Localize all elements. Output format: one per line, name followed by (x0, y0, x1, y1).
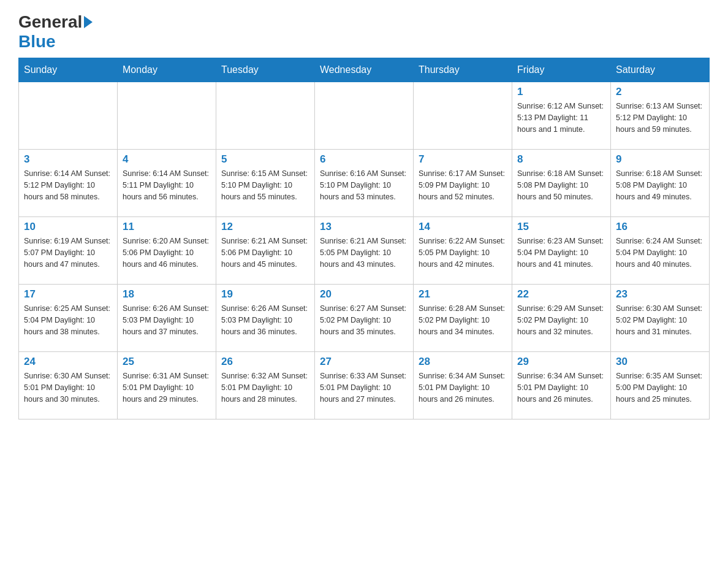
calendar-cell: 18Sunrise: 6:26 AM Sunset: 5:03 PM Dayli… (118, 285, 216, 352)
calendar-week-1: 1Sunrise: 6:12 AM Sunset: 5:13 PM Daylig… (19, 82, 710, 150)
calendar-cell: 3Sunrise: 6:14 AM Sunset: 5:12 PM Daylig… (19, 150, 118, 217)
day-info: Sunrise: 6:19 AM Sunset: 5:07 PM Dayligh… (24, 236, 112, 270)
calendar-cell: 20Sunrise: 6:27 AM Sunset: 5:02 PM Dayli… (315, 285, 414, 352)
calendar-cell (19, 82, 118, 150)
day-number: 21 (419, 288, 507, 301)
calendar-cell: 6Sunrise: 6:16 AM Sunset: 5:10 PM Daylig… (315, 150, 414, 217)
day-info: Sunrise: 6:21 AM Sunset: 5:05 PM Dayligh… (320, 236, 408, 270)
dow-header-friday: Friday (512, 58, 611, 82)
header-area: General Blue (18, 12, 710, 52)
logo-blue: Blue (18, 32, 56, 52)
calendar-cell: 26Sunrise: 6:32 AM Sunset: 5:01 PM Dayli… (216, 352, 315, 419)
day-number: 13 (320, 221, 408, 233)
dow-header-saturday: Saturday (611, 58, 710, 82)
day-info: Sunrise: 6:18 AM Sunset: 5:08 PM Dayligh… (616, 168, 704, 202)
calendar-cell: 12Sunrise: 6:21 AM Sunset: 5:06 PM Dayli… (216, 217, 315, 285)
calendar-body: 1Sunrise: 6:12 AM Sunset: 5:13 PM Daylig… (19, 82, 710, 419)
calendar-cell: 17Sunrise: 6:25 AM Sunset: 5:04 PM Dayli… (19, 285, 118, 352)
day-info: Sunrise: 6:14 AM Sunset: 5:11 PM Dayligh… (123, 168, 211, 202)
day-number: 16 (616, 221, 704, 233)
dow-header-monday: Monday (118, 58, 216, 82)
day-number: 11 (123, 221, 211, 233)
calendar-cell: 25Sunrise: 6:31 AM Sunset: 5:01 PM Dayli… (118, 352, 216, 419)
calendar-cell: 8Sunrise: 6:18 AM Sunset: 5:08 PM Daylig… (512, 150, 611, 217)
calendar-cell: 1Sunrise: 6:12 AM Sunset: 5:13 PM Daylig… (512, 82, 611, 150)
calendar-cell: 5Sunrise: 6:15 AM Sunset: 5:10 PM Daylig… (216, 150, 315, 217)
day-number: 24 (24, 356, 112, 368)
day-info: Sunrise: 6:12 AM Sunset: 5:13 PM Dayligh… (517, 101, 605, 135)
calendar-cell (216, 82, 315, 150)
day-info: Sunrise: 6:25 AM Sunset: 5:04 PM Dayligh… (24, 303, 112, 337)
calendar-cell: 14Sunrise: 6:22 AM Sunset: 5:05 PM Dayli… (414, 217, 512, 285)
day-number: 26 (221, 356, 309, 368)
calendar-cell: 10Sunrise: 6:19 AM Sunset: 5:07 PM Dayli… (19, 217, 118, 285)
day-number: 5 (221, 153, 309, 166)
day-number: 8 (517, 153, 605, 166)
calendar-cell: 7Sunrise: 6:17 AM Sunset: 5:09 PM Daylig… (414, 150, 512, 217)
calendar-week-3: 10Sunrise: 6:19 AM Sunset: 5:07 PM Dayli… (19, 217, 710, 285)
day-number: 10 (24, 221, 112, 233)
logo-text: General (18, 12, 93, 32)
day-number: 2 (616, 86, 704, 98)
day-info: Sunrise: 6:21 AM Sunset: 5:06 PM Dayligh… (221, 236, 309, 270)
day-info: Sunrise: 6:24 AM Sunset: 5:04 PM Dayligh… (616, 236, 704, 270)
day-info: Sunrise: 6:31 AM Sunset: 5:01 PM Dayligh… (123, 370, 211, 405)
calendar-cell: 27Sunrise: 6:33 AM Sunset: 5:01 PM Dayli… (315, 352, 414, 419)
calendar-week-5: 24Sunrise: 6:30 AM Sunset: 5:01 PM Dayli… (19, 352, 710, 419)
calendar-cell: 16Sunrise: 6:24 AM Sunset: 5:04 PM Dayli… (611, 217, 710, 285)
day-info: Sunrise: 6:34 AM Sunset: 5:01 PM Dayligh… (517, 370, 605, 405)
day-info: Sunrise: 6:20 AM Sunset: 5:06 PM Dayligh… (123, 236, 211, 270)
day-number: 17 (24, 288, 112, 301)
dow-header-sunday: Sunday (19, 58, 118, 82)
day-number: 27 (320, 356, 408, 368)
dow-header-thursday: Thursday (414, 58, 512, 82)
day-number: 6 (320, 153, 408, 166)
day-number: 4 (123, 153, 211, 166)
day-info: Sunrise: 6:26 AM Sunset: 5:03 PM Dayligh… (221, 303, 309, 337)
calendar-cell: 28Sunrise: 6:34 AM Sunset: 5:01 PM Dayli… (414, 352, 512, 419)
day-number: 22 (517, 288, 605, 301)
day-info: Sunrise: 6:33 AM Sunset: 5:01 PM Dayligh… (320, 370, 408, 405)
day-number: 19 (221, 288, 309, 301)
day-info: Sunrise: 6:27 AM Sunset: 5:02 PM Dayligh… (320, 303, 408, 337)
day-number: 7 (419, 153, 507, 166)
calendar-cell: 15Sunrise: 6:23 AM Sunset: 5:04 PM Dayli… (512, 217, 611, 285)
day-number: 12 (221, 221, 309, 233)
day-info: Sunrise: 6:30 AM Sunset: 5:01 PM Dayligh… (24, 370, 112, 405)
day-info: Sunrise: 6:13 AM Sunset: 5:12 PM Dayligh… (616, 101, 704, 135)
day-number: 25 (123, 356, 211, 368)
logo-triangle-icon (84, 16, 93, 28)
calendar-cell: 21Sunrise: 6:28 AM Sunset: 5:02 PM Dayli… (414, 285, 512, 352)
calendar-cell (414, 82, 512, 150)
day-info: Sunrise: 6:15 AM Sunset: 5:10 PM Dayligh… (221, 168, 309, 202)
calendar-cell: 29Sunrise: 6:34 AM Sunset: 5:01 PM Dayli… (512, 352, 611, 419)
calendar-cell (118, 82, 216, 150)
logo-general: General (18, 12, 82, 32)
calendar-cell: 11Sunrise: 6:20 AM Sunset: 5:06 PM Dayli… (118, 217, 216, 285)
day-info: Sunrise: 6:22 AM Sunset: 5:05 PM Dayligh… (419, 236, 507, 270)
day-number: 23 (616, 288, 704, 301)
day-number: 3 (24, 153, 112, 166)
day-number: 30 (616, 356, 704, 368)
day-number: 1 (517, 86, 605, 98)
day-info: Sunrise: 6:18 AM Sunset: 5:08 PM Dayligh… (517, 168, 605, 202)
calendar-cell: 24Sunrise: 6:30 AM Sunset: 5:01 PM Dayli… (19, 352, 118, 419)
calendar-week-4: 17Sunrise: 6:25 AM Sunset: 5:04 PM Dayli… (19, 285, 710, 352)
calendar-cell: 4Sunrise: 6:14 AM Sunset: 5:11 PM Daylig… (118, 150, 216, 217)
dow-header-tuesday: Tuesday (216, 58, 315, 82)
calendar-cell: 13Sunrise: 6:21 AM Sunset: 5:05 PM Dayli… (315, 217, 414, 285)
day-number: 18 (123, 288, 211, 301)
day-info: Sunrise: 6:35 AM Sunset: 5:00 PM Dayligh… (616, 370, 704, 405)
day-number: 29 (517, 356, 605, 368)
day-info: Sunrise: 6:29 AM Sunset: 5:02 PM Dayligh… (517, 303, 605, 337)
day-number: 28 (419, 356, 507, 368)
day-info: Sunrise: 6:26 AM Sunset: 5:03 PM Dayligh… (123, 303, 211, 337)
dow-header-wednesday: Wednesday (315, 58, 414, 82)
day-info: Sunrise: 6:17 AM Sunset: 5:09 PM Dayligh… (419, 168, 507, 202)
day-of-week-row: SundayMondayTuesdayWednesdayThursdayFrid… (19, 58, 710, 82)
calendar-cell: 23Sunrise: 6:30 AM Sunset: 5:02 PM Dayli… (611, 285, 710, 352)
day-info: Sunrise: 6:28 AM Sunset: 5:02 PM Dayligh… (419, 303, 507, 337)
day-number: 15 (517, 221, 605, 233)
day-info: Sunrise: 6:32 AM Sunset: 5:01 PM Dayligh… (221, 370, 309, 405)
day-info: Sunrise: 6:23 AM Sunset: 5:04 PM Dayligh… (517, 236, 605, 270)
